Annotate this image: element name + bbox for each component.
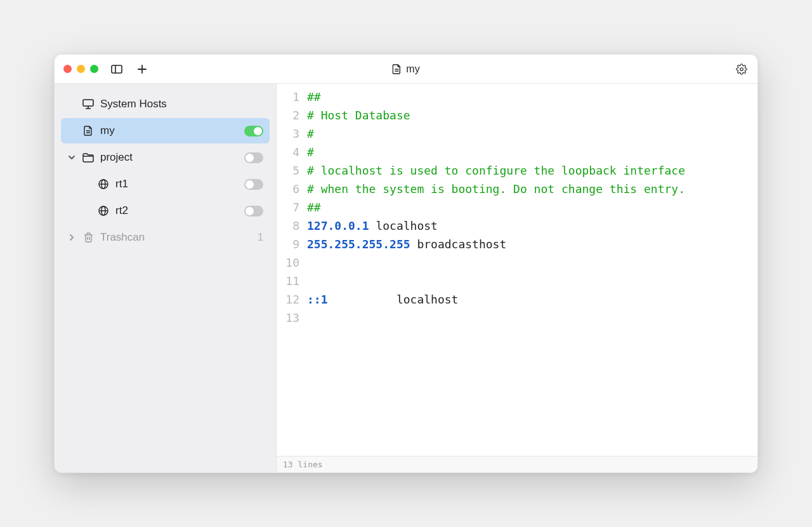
add-button[interactable] <box>135 62 149 76</box>
sidebar-icon <box>111 65 122 74</box>
file-icon <box>82 125 94 137</box>
sidebar-item-rt1[interactable]: rt1 <box>61 171 270 197</box>
toggle-rt1[interactable] <box>244 179 263 190</box>
trash-icon <box>82 232 94 243</box>
toggle-rt2[interactable] <box>244 206 263 217</box>
sidebar-item-label: project <box>100 151 238 164</box>
line-gutter: 12345678910111213 <box>277 88 307 456</box>
sidebar-item-system-hosts[interactable]: System Hosts <box>61 91 270 117</box>
trash-count: 1 <box>258 232 263 243</box>
chevron-right-icon[interactable] <box>67 234 76 241</box>
sidebar-item-rt2[interactable]: rt2 <box>61 198 270 223</box>
svg-rect-0 <box>112 65 122 73</box>
editor-panel: 12345678910111213 ### Host Database### l… <box>277 84 757 472</box>
sidebar: System Hosts my <box>55 84 277 472</box>
close-window-button[interactable] <box>63 65 72 73</box>
gear-icon <box>736 63 747 75</box>
toggle-my[interactable] <box>244 126 263 137</box>
window-title: my <box>392 63 419 75</box>
file-icon <box>392 64 401 74</box>
monitor-icon <box>82 98 94 110</box>
status-line-count: 13 lines <box>283 460 323 469</box>
sidebar-item-label: rt2 <box>115 204 238 217</box>
chevron-down-icon[interactable] <box>67 154 76 161</box>
sidebar-item-trashcan[interactable]: Trashcan 1 <box>61 225 270 250</box>
app-window: my System Hosts <box>54 54 758 473</box>
sidebar-item-my[interactable]: my <box>61 118 270 143</box>
zoom-window-button[interactable] <box>90 65 98 73</box>
body: System Hosts my <box>55 84 757 472</box>
svg-point-6 <box>740 67 743 70</box>
code-content[interactable]: ### Host Database### localhost is used t… <box>307 88 757 456</box>
settings-button[interactable] <box>735 62 749 76</box>
sidebar-item-label: rt1 <box>115 178 238 190</box>
folder-icon <box>82 152 94 163</box>
minimize-window-button[interactable] <box>77 65 85 73</box>
sidebar-item-label: my <box>100 124 238 137</box>
traffic-lights <box>63 65 98 73</box>
sidebar-item-project[interactable]: project <box>61 145 270 170</box>
statusbar: 13 lines <box>277 456 757 472</box>
code-editor[interactable]: 12345678910111213 ### Host Database### l… <box>277 84 757 456</box>
globe-icon <box>98 178 109 190</box>
globe-icon <box>98 205 109 217</box>
sidebar-item-label: System Hosts <box>100 98 263 110</box>
toggle-project[interactable] <box>244 152 263 163</box>
plus-icon <box>138 65 147 74</box>
toggle-sidebar-button[interactable] <box>110 62 124 76</box>
window-title-text: my <box>406 63 419 75</box>
sidebar-item-label: Trashcan <box>100 231 247 244</box>
svg-rect-7 <box>83 100 93 106</box>
titlebar: my <box>55 55 757 84</box>
